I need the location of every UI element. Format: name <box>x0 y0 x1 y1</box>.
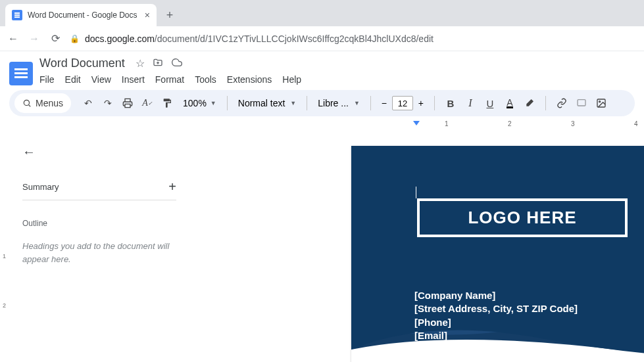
search-icon <box>22 99 32 108</box>
company-info-block[interactable]: [Company Name] [Street Address, City, ST… <box>414 289 578 355</box>
font-size-input[interactable]: 12 <box>392 96 413 110</box>
insert-image-button[interactable] <box>592 94 610 112</box>
svg-point-0 <box>24 100 29 105</box>
chevron-down-icon: ▼ <box>211 100 216 106</box>
logo-placeholder[interactable]: LOGO HERE <box>417 198 628 237</box>
text-cursor <box>416 187 416 198</box>
svg-rect-1 <box>578 100 585 106</box>
font-size-increase[interactable]: + <box>414 96 428 110</box>
insert-link-button[interactable] <box>553 94 571 112</box>
email-line: [Email] <box>414 329 578 342</box>
outline-back-button[interactable]: ← <box>22 145 36 160</box>
menu-extensions[interactable]: Extensions <box>227 74 272 85</box>
address-line: [Street Address, City, ST ZIP Code] <box>414 302 578 315</box>
zoom-label: 100% <box>183 98 207 108</box>
outline-placeholder: Headings you add to the document will ap… <box>22 240 176 265</box>
reload-button[interactable]: ⟳ <box>49 32 62 45</box>
menu-format[interactable]: Format <box>155 74 184 85</box>
main-area: 1 2 ← Summary + Outline Headings you add… <box>0 131 644 362</box>
cloud-status-icon[interactable] <box>171 57 183 70</box>
svg-marker-4 <box>413 121 420 125</box>
toolbar-separator <box>545 96 546 110</box>
font-size-decrease[interactable]: − <box>378 96 391 110</box>
menu-search[interactable]: Menus <box>14 93 71 113</box>
ruler-label: 3 <box>571 120 575 127</box>
zoom-dropdown[interactable]: 100% ▼ <box>179 98 220 108</box>
italic-button[interactable]: I <box>461 94 480 112</box>
spellcheck-button[interactable]: A✓ <box>138 94 157 112</box>
docs-favicon-icon <box>12 10 22 20</box>
text-color-button[interactable]: A <box>501 94 519 112</box>
horizontal-ruler[interactable]: 1 2 3 4 <box>188 120 644 131</box>
print-button[interactable] <box>118 94 137 112</box>
ruler-label: 1 <box>445 120 449 127</box>
toolbar-separator <box>434 96 435 110</box>
font-label: Libre ... <box>318 98 349 108</box>
browser-tab[interactable]: Word Document - Google Docs × <box>5 4 157 26</box>
company-name-line: [Company Name] <box>414 289 578 302</box>
outline-heading: Outline <box>22 219 176 228</box>
back-button[interactable]: ← <box>7 32 20 45</box>
document-canvas[interactable]: LOGO HERE [Company Name] [Street Address… <box>188 131 644 362</box>
toolbar: Menus ↶ ↷ A✓ 100% ▼ Normal text ▼ Libre … <box>9 90 635 116</box>
paragraph-style-dropdown[interactable]: Normal text ▼ <box>234 98 301 108</box>
lock-icon: 🔒 <box>70 34 80 43</box>
menu-insert[interactable]: Insert <box>122 74 145 85</box>
browser-tab-bar: Word Document - Google Docs × + <box>0 0 644 26</box>
paragraph-style-label: Normal text <box>238 98 285 108</box>
tab-title: Word Document - Google Docs <box>28 11 139 20</box>
url-path: /document/d/1IVC1zYTivLLLCCjokIWsc6Iffcg… <box>155 34 433 44</box>
website-line: [Website] <box>414 342 578 355</box>
add-summary-button[interactable]: + <box>168 179 176 194</box>
menu-file[interactable]: File <box>39 74 55 85</box>
star-icon[interactable]: ☆ <box>136 57 145 70</box>
menu-view[interactable]: View <box>91 74 111 85</box>
phone-line: [Phone] <box>414 316 578 329</box>
paint-format-button[interactable] <box>158 94 176 112</box>
menu-edit[interactable]: Edit <box>65 74 81 85</box>
new-tab-button[interactable]: + <box>161 6 179 24</box>
chevron-down-icon: ▼ <box>290 100 296 106</box>
toolbar-separator <box>307 96 307 110</box>
ruler-label: 4 <box>634 120 638 127</box>
svg-point-3 <box>599 101 601 102</box>
indent-marker-icon[interactable] <box>412 120 421 129</box>
browser-address-bar: ← → ⟳ 🔒 docs.google.com/document/d/1IVC1… <box>0 26 644 51</box>
header-graphic: LOGO HERE [Company Name] [Street Address… <box>351 146 644 362</box>
doc-title-input[interactable]: Word Document <box>39 57 125 70</box>
menu-search-label: Menus <box>36 98 63 108</box>
font-dropdown[interactable]: Libre ... ▼ <box>314 98 364 108</box>
chevron-down-icon: ▼ <box>354 100 360 106</box>
url-field[interactable]: 🔒 docs.google.com/document/d/1IVC1zYTivL… <box>70 34 637 44</box>
vertical-ruler[interactable]: 1 2 <box>0 131 11 362</box>
bold-button[interactable]: B <box>441 94 460 112</box>
toolbar-separator <box>370 96 371 110</box>
forward-button[interactable]: → <box>28 32 41 45</box>
docs-logo-icon[interactable] <box>9 62 33 85</box>
undo-button[interactable]: ↶ <box>79 94 97 112</box>
summary-label: Summary <box>22 182 59 192</box>
menu-help[interactable]: Help <box>282 74 301 85</box>
logo-text: LOGO HERE <box>468 208 576 227</box>
move-icon[interactable] <box>153 57 163 70</box>
highlight-button[interactable] <box>520 94 539 112</box>
menu-tools[interactable]: Tools <box>195 74 216 85</box>
page[interactable]: LOGO HERE [Company Name] [Street Address… <box>351 146 644 362</box>
toolbar-separator <box>227 96 228 110</box>
url-host: docs.google.com <box>85 34 155 44</box>
docs-header: Word Document ☆ File Edit View Insert Fo… <box>0 51 644 90</box>
redo-button[interactable]: ↷ <box>99 94 117 112</box>
outline-panel: ← Summary + Outline Headings you add to … <box>11 131 188 362</box>
insert-comment-button[interactable] <box>572 94 591 112</box>
ruler-label: 2 <box>508 120 512 127</box>
close-tab-icon[interactable]: × <box>145 10 150 20</box>
underline-button[interactable]: U <box>481 94 499 112</box>
